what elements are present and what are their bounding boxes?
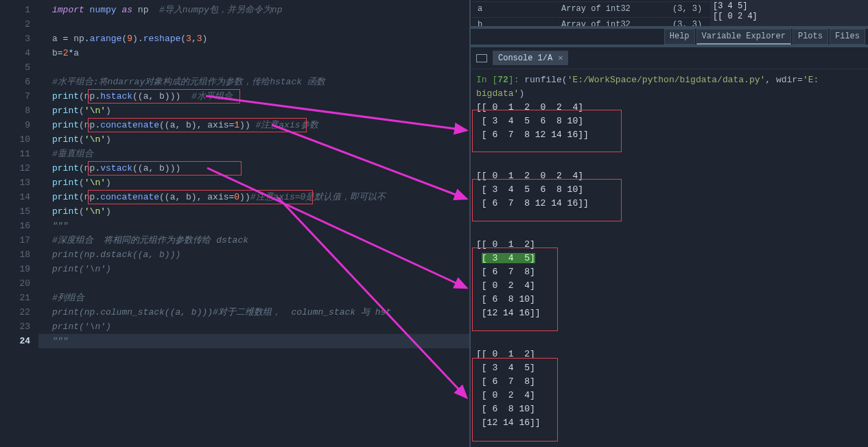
table-cell: a xyxy=(472,1,554,16)
editor-pane: 123456789101112131415161718192021222324 … xyxy=(0,0,469,447)
variable-data-preview: [3 4 5] [[ 0 2 4] xyxy=(710,0,868,26)
code-line[interactable]: """ xyxy=(38,334,469,348)
tab-help[interactable]: Help xyxy=(664,29,695,45)
close-icon[interactable]: ✕ xyxy=(558,53,563,63)
line-number: 11 xyxy=(0,147,30,161)
line-number: 19 xyxy=(0,262,30,276)
code-line[interactable]: print('\n') xyxy=(38,132,469,147)
code-line[interactable]: print(np.column_stack((a, b)))#对于二维数组， c… xyxy=(38,305,469,319)
code-area[interactable]: import numpy as np #导入numpy包，并另命令为npa = … xyxy=(38,0,469,447)
line-number: 17 xyxy=(0,233,30,247)
code-line[interactable]: b=2*a xyxy=(38,46,469,60)
line-number: 8 xyxy=(0,104,30,118)
line-number: 16 xyxy=(0,219,30,233)
code-line[interactable]: print('\n') xyxy=(38,204,469,219)
line-number: 13 xyxy=(0,176,30,190)
variable-explorer[interactable]: aArray of int32(3, 3)bArray of int32(3, … xyxy=(471,0,868,29)
code-line[interactable]: #列组合 xyxy=(38,291,469,305)
code-line[interactable]: print('\n') xyxy=(38,319,469,334)
line-number: 5 xyxy=(0,60,30,75)
line-number: 14 xyxy=(0,190,30,204)
code-line[interactable] xyxy=(38,60,469,75)
code-line[interactable]: a = np.arange(9).reshape(3,3) xyxy=(38,32,469,46)
line-number: 3 xyxy=(0,32,30,46)
code-line[interactable]: print('\n') xyxy=(38,176,469,190)
code-line[interactable]: print(np.hstack((a, b))) #水平组合 xyxy=(38,89,469,104)
table-cell: b xyxy=(472,17,554,29)
line-number: 10 xyxy=(0,132,30,147)
text-selection: [ 3 4 5] xyxy=(482,253,535,263)
code-line[interactable]: print(np.vstack((a, b))) xyxy=(38,161,469,176)
tab-files[interactable]: Files xyxy=(830,29,865,45)
table-cell: Array of int32 xyxy=(556,17,666,29)
code-line[interactable]: import numpy as np #导入numpy包，并另命令为np xyxy=(38,3,469,17)
line-number: 20 xyxy=(0,276,30,291)
tab-variable-explorer[interactable]: Variable Explorer xyxy=(696,29,791,45)
code-line[interactable]: #水平组合:将ndarray对象构成的元组作为参数，传给hstack 函数 xyxy=(38,75,469,89)
console-tab[interactable]: Console 1/A ✕ xyxy=(493,51,568,65)
console-body[interactable]: In [72]: runfile('E:/WorkSpace/python/bi… xyxy=(471,69,868,447)
code-line[interactable]: #垂直组合 xyxy=(38,147,469,161)
console-tab-bar: Console 1/A ✕ xyxy=(471,47,868,69)
line-number: 9 xyxy=(0,118,30,132)
code-line[interactable]: print(np.concatenate((a, b), axis=1)) #注… xyxy=(38,118,469,132)
line-number: 6 xyxy=(0,75,30,89)
line-number: 2 xyxy=(0,17,30,32)
console-output-block: [[ 0 1 2] [ 3 4 5] [ 6 7 8] [ 0 2 4] [ 6… xyxy=(476,348,863,430)
preview-line: [3 4 5] xyxy=(713,1,868,12)
line-number: 1 xyxy=(0,3,30,17)
line-number: 18 xyxy=(0,247,30,262)
right-pane: aArray of int32(3, 3)bArray of int32(3, … xyxy=(469,0,868,447)
code-line[interactable] xyxy=(38,276,469,291)
console-output-block: [[ 0 1 2 0 2 4] [ 3 4 5 6 8 10] [ 6 7 8 … xyxy=(476,169,863,210)
console-output-block: [[ 0 1 2] [ 3 4 5] [ 6 7 8] [ 0 2 4] [ 6… xyxy=(476,238,863,320)
code-line[interactable] xyxy=(38,17,469,32)
line-number: 12 xyxy=(0,161,30,176)
ipython-prompt: In [72]: runfile('E:/WorkSpace/python/bi… xyxy=(476,73,863,87)
line-number: 24 xyxy=(0,334,30,348)
code-line[interactable]: #深度组合 将相同的元组作为参数传给 dstack xyxy=(38,233,469,247)
line-number: 7 xyxy=(0,89,30,104)
code-line[interactable]: print(np.concatenate((a, b), axis=0))#注意… xyxy=(38,190,469,204)
line-number: 23 xyxy=(0,319,30,334)
table-cell: Array of int32 xyxy=(556,1,666,16)
ipython-prompt-cont: bigdata') xyxy=(476,87,863,101)
line-number: 4 xyxy=(0,46,30,60)
code-line[interactable]: print('\n') xyxy=(38,104,469,118)
console-tab-label: Console 1/A xyxy=(498,53,552,63)
tab-plots[interactable]: Plots xyxy=(793,29,828,45)
right-tab-bar: HelpVariable ExplorerPlotsFiles xyxy=(471,29,868,47)
code-line[interactable]: print('\n') xyxy=(38,262,469,276)
line-number: 21 xyxy=(0,291,30,305)
line-number: 22 xyxy=(0,305,30,319)
line-number-gutter: 123456789101112131415161718192021222324 xyxy=(0,0,38,447)
pane-icon[interactable] xyxy=(476,54,487,62)
code-line[interactable]: """ xyxy=(38,219,469,233)
line-number: 15 xyxy=(0,204,30,219)
code-line[interactable]: print(np.dstack((a, b))) xyxy=(38,247,469,262)
console-output-block: [[ 0 1 2 0 2 4] [ 3 4 5 6 8 10] [ 6 7 8 … xyxy=(476,101,863,142)
preview-line: [[ 0 2 4] xyxy=(713,12,868,22)
